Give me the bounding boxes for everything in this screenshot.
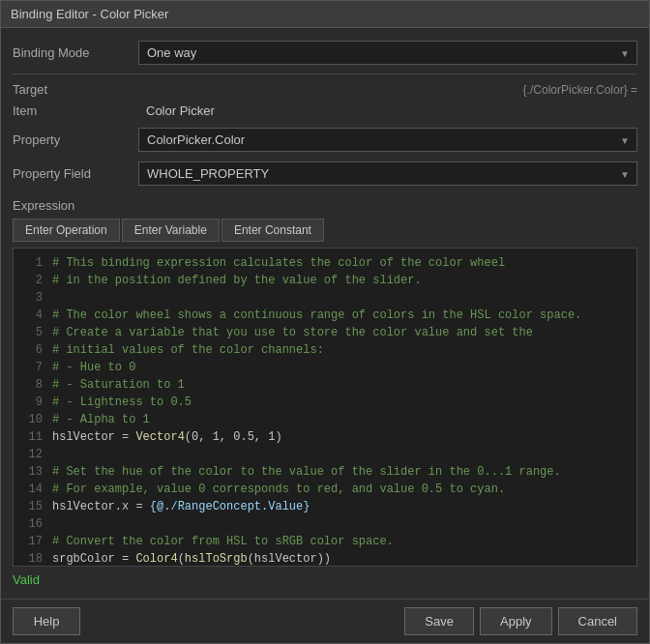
item-value: Color Picker <box>138 103 215 118</box>
line-number: 17 <box>21 533 43 550</box>
binding-mode-row: Binding Mode One way <box>13 36 637 70</box>
button-row: Help Save Apply Cancel <box>1 599 649 643</box>
line-content: # Convert the color from HSL to sRGB col… <box>52 533 394 550</box>
line-number: 10 <box>21 411 43 428</box>
line-number: 5 <box>21 324 43 341</box>
line-content: hslVector.x = {@./RangeConcept.Value} <box>52 498 310 515</box>
help-button[interactable]: Help <box>13 607 80 635</box>
expression-section: Expression Enter Operation Enter Variabl… <box>1 198 649 599</box>
valid-label: Valid <box>13 567 637 591</box>
binding-mode-select-wrapper: One way <box>138 41 637 65</box>
line-number: 7 <box>21 359 43 376</box>
line-number: 6 <box>21 341 43 359</box>
binding-editor-window: Binding Editor - Color Picker Binding Mo… <box>0 0 650 644</box>
line-number: 9 <box>21 394 43 411</box>
line-number: 2 <box>21 272 43 289</box>
code-line: 18srgbColor = Color4(hslToSrgb(hslVector… <box>21 550 629 567</box>
code-line: 6# initial values of the color channels: <box>21 341 629 359</box>
property-field-select-wrapper: WHOLE_PROPERTY <box>138 161 637 186</box>
code-line: 2# in the position defined by the value … <box>21 272 629 289</box>
line-content: # For example, value 0 corresponds to re… <box>52 481 505 498</box>
binding-mode-select[interactable]: One way <box>138 41 637 65</box>
line-number: 18 <box>21 550 43 567</box>
code-line: 1# This binding expression calculates th… <box>21 254 629 272</box>
line-number: 1 <box>21 254 43 272</box>
line-content: hslVector = Vector4(0, 1, 0.5, 1) <box>52 428 282 446</box>
expression-header: Expression <box>13 198 637 213</box>
line-number: 8 <box>21 376 43 394</box>
code-editor[interactable]: 1# This binding expression calculates th… <box>13 248 637 567</box>
line-content: # - Hue to 0 <box>52 359 135 376</box>
cancel-button[interactable]: Cancel <box>558 607 637 635</box>
code-line: 4# The color wheel shows a continuous ra… <box>21 307 629 324</box>
line-content: # This binding expression calculates the… <box>52 254 505 272</box>
code-line: 10# - Alpha to 1 <box>21 411 629 428</box>
target-row: Target {./ColorPicker.Color} = <box>13 78 637 99</box>
enter-operation-button[interactable]: Enter Operation <box>13 219 120 242</box>
code-line: 13# Set the hue of the color to the valu… <box>21 463 629 481</box>
property-select-wrapper: ColorPicker.Color <box>138 128 637 152</box>
line-content: # The color wheel shows a continuous ran… <box>52 307 581 324</box>
property-field-label: Property Field <box>13 166 138 181</box>
title-bar: Binding Editor - Color Picker <box>1 1 649 28</box>
save-button[interactable]: Save <box>404 607 474 635</box>
code-line: 12 <box>21 446 629 463</box>
line-content: # - Saturation to 1 <box>52 376 185 394</box>
line-number: 3 <box>21 289 43 307</box>
enter-variable-button[interactable]: Enter Variable <box>122 219 220 242</box>
line-content: # in the position defined by the value o… <box>52 272 422 289</box>
line-content: # Set the hue of the color to the value … <box>52 463 561 481</box>
code-line: 16 <box>21 515 629 533</box>
line-number: 13 <box>21 463 43 481</box>
expression-toolbar: Enter Operation Enter Variable Enter Con… <box>13 219 637 242</box>
code-line: 17# Convert the color from HSL to sRGB c… <box>21 533 629 550</box>
code-line: 11hslVector = Vector4(0, 1, 0.5, 1) <box>21 428 629 446</box>
code-line: 14# For example, value 0 corresponds to … <box>21 481 629 498</box>
property-field-select[interactable]: WHOLE_PROPERTY <box>138 161 637 186</box>
code-line: 5# Create a variable that you use to sto… <box>21 324 629 341</box>
line-number: 14 <box>21 481 43 498</box>
line-number: 12 <box>21 446 43 463</box>
code-line: 9# - Lightness to 0.5 <box>21 394 629 411</box>
code-line: 15hslVector.x = {@./RangeConcept.Value} <box>21 498 629 515</box>
property-label: Property <box>13 132 138 147</box>
window-title: Binding Editor - Color Picker <box>11 7 168 21</box>
form-section: Binding Mode One way Target {./ColorPick… <box>1 28 649 198</box>
line-content: # Create a variable that you use to stor… <box>52 324 533 341</box>
target-label: Target <box>13 82 47 97</box>
line-number: 4 <box>21 307 43 324</box>
item-label: Item <box>13 103 138 118</box>
binding-mode-label: Binding Mode <box>13 45 138 60</box>
line-content: srgbColor = Color4(hslToSrgb(hslVector)) <box>52 550 331 567</box>
code-line: 7# - Hue to 0 <box>21 359 629 376</box>
action-buttons: Save Apply Cancel <box>404 607 637 635</box>
line-number: 15 <box>21 498 43 515</box>
divider-1 <box>13 73 637 74</box>
apply-button[interactable]: Apply <box>480 607 552 635</box>
line-number: 16 <box>21 515 43 533</box>
property-select[interactable]: ColorPicker.Color <box>138 128 637 152</box>
line-content: # - Lightness to 0.5 <box>52 394 192 411</box>
code-line: 3 <box>21 289 629 307</box>
item-row: Item Color Picker <box>13 99 637 123</box>
line-content: # - Alpha to 1 <box>52 411 150 428</box>
enter-constant-button[interactable]: Enter Constant <box>222 219 324 242</box>
property-field-row: Property Field WHOLE_PROPERTY <box>13 157 637 190</box>
line-number: 11 <box>21 428 43 446</box>
line-content: # initial values of the color channels: <box>52 341 324 359</box>
property-row: Property ColorPicker.Color <box>13 123 637 157</box>
target-expression: {./ColorPicker.Color} = <box>523 83 637 97</box>
code-line: 8# - Saturation to 1 <box>21 376 629 394</box>
